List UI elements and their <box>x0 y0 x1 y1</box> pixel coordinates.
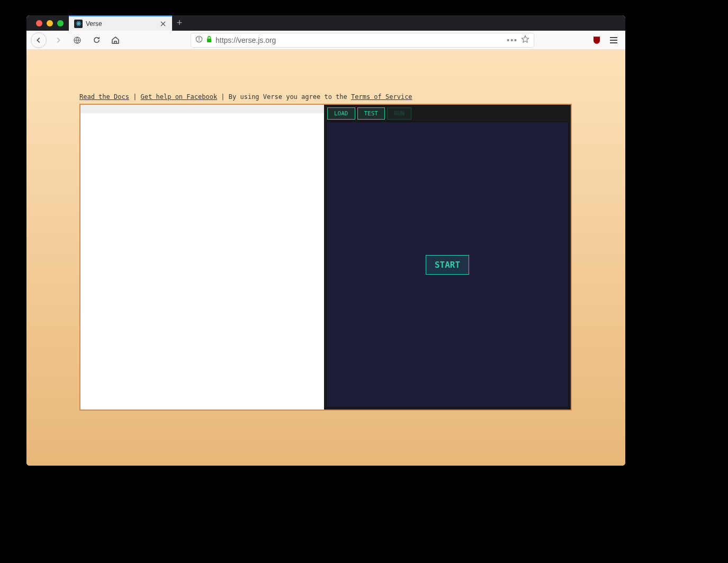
code-editor-pane[interactable] <box>80 105 324 410</box>
minimize-window-button[interactable] <box>47 20 53 26</box>
ublock-icon[interactable] <box>591 35 602 46</box>
new-tab-button[interactable]: + <box>172 15 187 31</box>
app-frame: LOAD TEST RUN START <box>79 104 572 411</box>
page-actions-icon[interactable]: ••• <box>507 36 518 44</box>
terms-link[interactable]: Terms of Service <box>351 93 412 101</box>
header-links: Read the Docs | Get help on Facebook | B… <box>79 93 572 101</box>
hamburger-menu-button[interactable] <box>606 33 621 48</box>
output-canvas: START <box>326 122 569 407</box>
forward-button[interactable] <box>51 33 66 48</box>
maximize-window-button[interactable] <box>57 20 64 26</box>
output-toolbar: LOAD TEST RUN <box>326 107 569 122</box>
browser-window: Verse + <box>26 15 625 466</box>
extensions-button[interactable] <box>70 33 85 48</box>
back-button[interactable] <box>31 32 47 48</box>
browser-toolbar: https://verse.js.org ••• <box>26 31 625 50</box>
url-bar[interactable]: https://verse.js.org ••• <box>191 33 534 48</box>
page-content: Read the Docs | Get help on Facebook | B… <box>79 93 572 411</box>
editor-gutter <box>80 105 324 113</box>
separator: | <box>217 93 229 101</box>
browser-tab[interactable]: Verse <box>69 15 172 31</box>
site-info-icon[interactable] <box>195 35 203 44</box>
svg-point-6 <box>199 38 199 38</box>
separator: | <box>129 93 141 101</box>
read-docs-link[interactable]: Read the Docs <box>79 93 129 101</box>
url-text: https://verse.js.org <box>215 36 504 44</box>
load-button[interactable]: LOAD <box>327 107 355 120</box>
test-button[interactable]: TEST <box>357 107 385 120</box>
bookmark-star-icon[interactable] <box>521 35 529 45</box>
tab-strip: Verse + <box>26 15 625 31</box>
agree-text: By using Verse you agree to the <box>229 93 351 101</box>
tab-title: Verse <box>86 20 102 28</box>
svg-point-0 <box>78 23 79 24</box>
window-controls <box>31 15 69 31</box>
react-favicon <box>74 20 83 28</box>
output-pane: LOAD TEST RUN START <box>324 105 571 410</box>
home-button[interactable] <box>108 33 123 48</box>
page-viewport: Read the Docs | Get help on Facebook | B… <box>26 50 625 466</box>
lock-icon <box>206 35 212 44</box>
start-button[interactable]: START <box>426 255 469 275</box>
close-tab-button[interactable] <box>159 20 167 28</box>
reload-button[interactable] <box>89 33 104 48</box>
close-window-button[interactable] <box>36 20 42 26</box>
run-button[interactable]: RUN <box>387 107 411 120</box>
facebook-help-link[interactable]: Get help on Facebook <box>141 93 218 101</box>
